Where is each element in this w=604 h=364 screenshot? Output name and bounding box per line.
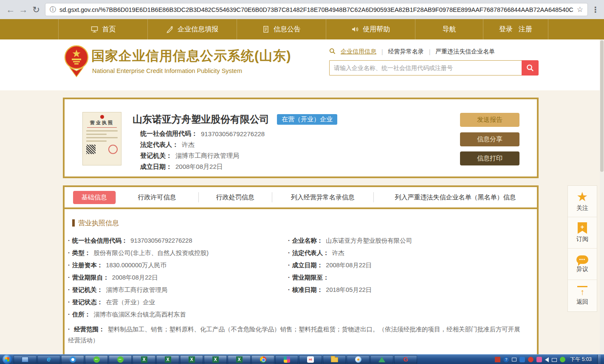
tab-admin-license[interactable]: 行政许可信息 <box>116 192 198 202</box>
taskbar-desktop-window[interactable] <box>14 355 37 364</box>
taskbar-internet-explorer[interactable]: e <box>37 355 60 364</box>
tab-abnormal-list[interactable]: 列入经营异常名录信息 <box>272 192 373 202</box>
gom-tray-icon[interactable] <box>528 357 533 362</box>
nav-spacer <box>0 19 58 39</box>
field-approval-date: 核准日期：2018年05月22日 <box>288 286 533 294</box>
taskbar-meeting-app[interactable] <box>370 355 393 364</box>
start-button[interactable] <box>3 355 12 364</box>
taskbar-excel-1[interactable]: X <box>133 355 155 364</box>
page-info-icon[interactable]: ⓘ <box>50 6 56 14</box>
taskbar-excel-3[interactable]: X <box>180 355 203 364</box>
taskbar-browser-360[interactable] <box>61 355 84 364</box>
excel-icon: X <box>236 356 243 363</box>
user-app-icon[interactable] <box>519 357 525 362</box>
show-desktop-button[interactable] <box>597 355 601 364</box>
meeting-app-icon <box>378 357 385 362</box>
page-scrollbar[interactable] <box>600 39 604 354</box>
back-icon[interactable]: ← <box>4 5 17 15</box>
monitor-icon <box>90 25 99 33</box>
address-bar[interactable]: ⓘ sd.gsxt.gov.cn/%7BB6D019E6D1B6E86B3DC2… <box>45 3 588 16</box>
taskbar-folder[interactable] <box>323 355 346 364</box>
restore-window-icon[interactable] <box>512 358 517 361</box>
link-illegal-list[interactable]: 严重违法失信企业名单 <box>435 48 495 56</box>
excel-icon: X <box>189 356 195 363</box>
link-separator: | <box>429 48 431 55</box>
nav-label-home: 首页 <box>102 25 116 34</box>
field-registered-capital: 注册资本：1830.000000万人民币 <box>68 261 288 269</box>
detail-tabs: 基础信息 行政许可信息 行政处罚信息 列入经营异常名录信息 列入严重违法失信企业… <box>65 187 537 209</box>
main-navigation: 首页 企业信息填报 信息公告 使用帮助 导航 登录 注册 <box>0 19 604 39</box>
bulletin-icon <box>262 25 270 33</box>
taskbar-chrome[interactable] <box>251 355 274 364</box>
taskbar-baidu-hi[interactable]: HI <box>299 355 322 364</box>
field-address: 住所：淄博市临淄区朱台镇北高西村东首 <box>68 311 288 319</box>
search-category-links: 企业信用信息 | 经营异常名录 | 严重违法失信企业名单 <box>329 48 539 56</box>
taskbar-clock[interactable]: 下午 5:03 <box>570 356 592 363</box>
objection-button[interactable]: ••• 异议 <box>568 249 597 280</box>
search-row <box>329 60 539 76</box>
wechat-icon: •• <box>117 356 124 363</box>
send-report-button[interactable]: 发送报告 <box>460 113 519 127</box>
link-abnormal-list[interactable]: 经营异常名录 <box>388 48 424 56</box>
magnifier-icon <box>329 48 336 56</box>
license-qr-code <box>86 145 96 154</box>
field-established: 成立日期： 2008年08月22日 <box>140 161 265 172</box>
share-info-button[interactable]: 信息分享 <box>460 132 519 146</box>
excel-icon: X <box>141 356 147 363</box>
reload-icon[interactable]: ↻ <box>30 5 42 15</box>
register-link[interactable]: 注册 <box>519 25 532 34</box>
taskbar-antivirus[interactable] <box>347 355 370 364</box>
nav-item-help[interactable]: 使用帮助 <box>326 19 415 39</box>
back-to-top-icon: ↑ <box>577 286 587 297</box>
status-badge: 在营（开业）企业 <box>277 114 337 125</box>
wechat-icon: •• <box>93 356 100 363</box>
forward-icon[interactable]: → <box>17 5 30 15</box>
stock-app-icon[interactable] <box>495 357 500 362</box>
search-input[interactable] <box>329 60 522 76</box>
network-icon[interactable] <box>552 358 557 362</box>
company-detail-card: 基础信息 行政许可信息 行政处罚信息 列入经营异常名录信息 列入严重违法失信企业… <box>63 185 539 364</box>
tab-basic-info[interactable]: 基础信息 <box>73 191 116 204</box>
pen-icon <box>166 25 174 33</box>
antivirus-icon <box>355 356 361 363</box>
login-link[interactable]: 登录 <box>499 25 513 34</box>
nav-item-home[interactable]: 首页 <box>58 19 147 39</box>
print-info-button[interactable]: 信息打印 <box>460 151 519 165</box>
wechat-tray-icon[interactable] <box>560 357 565 362</box>
scrollbar-thumb[interactable] <box>600 40 604 172</box>
floating-side-toolbar: ★ 关注 + 订阅 ••• 异议 ↑ 返回 <box>567 185 597 312</box>
follow-button[interactable]: ★ 关注 <box>568 186 597 217</box>
license-emblem-icon <box>100 115 104 119</box>
company-action-buttons: 发送报告 信息分享 信息打印 <box>460 113 519 165</box>
tab-admin-penalty[interactable]: 行政处罚信息 <box>198 192 272 202</box>
search-button[interactable] <box>522 60 539 76</box>
remote-app-icon[interactable] <box>536 357 542 362</box>
link-enterprise-credit[interactable]: 企业信用信息 <box>341 48 376 56</box>
browser-menu-icon[interactable]: ⋮ <box>591 5 600 14</box>
taskbar-excel-5[interactable]: X <box>228 355 251 364</box>
misc-app-icon <box>284 356 290 363</box>
taskbar-gom-player[interactable]: G <box>394 355 417 364</box>
field-credit-code: 统一社会信用代码： 913703056792276228 <box>140 128 265 139</box>
tab-blacklist[interactable]: 列入严重违法失信企业名单（黑名单）信息 <box>373 192 537 202</box>
internet-explorer-icon: e <box>47 356 51 363</box>
volume-icon[interactable] <box>545 357 549 362</box>
nav-item-fill[interactable]: 企业信息填报 <box>147 19 237 39</box>
folder-icon <box>331 357 338 362</box>
national-emblem-logo <box>64 45 89 78</box>
taskbar-wechat-2[interactable]: •• <box>109 355 132 364</box>
window-icon <box>22 357 28 362</box>
back-to-top-button[interactable]: ↑ 返回 <box>568 280 597 311</box>
bookmark-star-icon[interactable]: ☆ <box>577 5 583 14</box>
taskbar-misc-app[interactable] <box>275 355 298 364</box>
help-app-icon[interactable]: ? <box>503 357 509 362</box>
nav-item-navigate[interactable]: 导航 <box>415 19 483 39</box>
taskbar-wechat-1[interactable]: •• <box>85 355 108 364</box>
taskbar-excel-2[interactable]: X <box>156 355 179 364</box>
license-text-line <box>86 137 118 138</box>
url-text[interactable]: sd.gsxt.gov.cn/%7BB6D019E6D1B6E86B3DC2B3… <box>59 6 573 13</box>
taskbar-excel-4[interactable]: X <box>204 355 227 364</box>
nav-item-announcement[interactable]: 信息公告 <box>237 19 326 39</box>
business-license-thumbnail: 营业执照 <box>82 112 121 165</box>
subscribe-button[interactable]: + 订阅 <box>568 217 597 249</box>
